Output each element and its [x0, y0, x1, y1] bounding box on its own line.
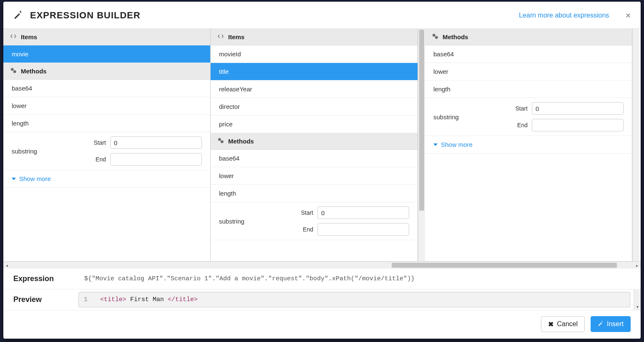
- modal-title: EXPRESSION BUILDER: [30, 10, 141, 21]
- method-length[interactable]: length: [211, 185, 418, 202]
- insert-button[interactable]: Insert: [591, 316, 631, 332]
- item-movieId[interactable]: movieId: [211, 45, 418, 63]
- preview-line-number: 1: [84, 296, 88, 303]
- wand-icon: [13, 10, 23, 21]
- code-icon: [217, 33, 224, 41]
- panel-3: Methods base64 lower length substring St…: [425, 29, 632, 261]
- learn-more-link[interactable]: Learn more about expressions: [519, 12, 609, 19]
- gears-icon: [10, 67, 17, 75]
- methods-header: Methods: [425, 29, 632, 45]
- items-header: Items: [3, 29, 210, 45]
- substring-end-input[interactable]: [110, 153, 202, 166]
- preview-text: First Man: [126, 296, 168, 303]
- item-price[interactable]: price: [211, 116, 418, 133]
- svg-point-6: [219, 139, 220, 140]
- insert-button-label: Insert: [607, 320, 624, 328]
- preview-label: Preview: [3, 289, 78, 310]
- panel-scrollbar[interactable]: [632, 29, 639, 261]
- items-header-label: Items: [228, 33, 244, 40]
- preview-close-tag: </title>: [168, 296, 198, 303]
- substring-start-label: Start: [93, 139, 106, 146]
- scroll-left-icon[interactable]: ◂: [3, 262, 10, 269]
- method-substring[interactable]: substring Start End: [211, 202, 418, 240]
- items-header: Items: [211, 29, 418, 45]
- substring-end-input[interactable]: [317, 223, 409, 236]
- show-more-label: Show more: [441, 141, 473, 148]
- gears-icon: [217, 137, 224, 145]
- cancel-button-label: Cancel: [557, 320, 578, 328]
- method-length[interactable]: length: [3, 115, 210, 132]
- method-substring[interactable]: substring Start End: [3, 132, 210, 170]
- expression-label: Expression: [13, 274, 68, 283]
- svg-marker-13: [433, 143, 438, 146]
- substring-start-input[interactable]: [532, 102, 624, 115]
- substring-label: substring: [12, 148, 78, 155]
- horizontal-scrollbar[interactable]: ◂ ▸: [3, 262, 641, 269]
- substring-start-label: Start: [515, 105, 528, 112]
- panel-2: Items movieId title releaseYear director…: [211, 29, 418, 261]
- substring-label: substring: [219, 218, 286, 225]
- svg-point-10: [433, 35, 434, 35]
- methods-header: Methods: [211, 133, 418, 150]
- close-icon[interactable]: ×: [626, 11, 631, 20]
- preview-content: <title> First Man </title>: [100, 296, 198, 303]
- panels: Items movie Methods base64 lower length …: [3, 29, 641, 261]
- substring-end-label: End: [517, 122, 528, 128]
- preview-open-tag: <title>: [100, 296, 126, 303]
- show-more-link[interactable]: Show more: [425, 136, 632, 153]
- cancel-button[interactable]: ✖ Cancel: [541, 316, 585, 332]
- substring-start-label: Start: [301, 209, 313, 216]
- svg-point-3: [14, 71, 15, 72]
- method-substring[interactable]: substring Start End: [425, 98, 632, 136]
- show-more-link[interactable]: Show more: [3, 170, 210, 188]
- substring-start-input[interactable]: [110, 136, 202, 149]
- substring-end-label: End: [96, 156, 106, 163]
- preview-box: 1 <title> First Man </title>: [78, 292, 630, 307]
- method-lower[interactable]: lower: [211, 167, 418, 185]
- method-base64[interactable]: base64: [3, 80, 210, 97]
- substring-end-input[interactable]: [532, 119, 624, 131]
- svg-point-8: [221, 141, 222, 142]
- substring-end-label: End: [303, 226, 313, 233]
- modal-header: EXPRESSION BUILDER Learn more about expr…: [3, 2, 641, 29]
- bottom-section: Expression ${"Movie catalog API"."Scenar…: [3, 269, 641, 339]
- wand-icon: [598, 320, 604, 328]
- items-header-label: Items: [21, 33, 37, 40]
- methods-header: Methods: [3, 63, 210, 80]
- substring-label: substring: [433, 113, 500, 121]
- item-director[interactable]: director: [211, 98, 418, 116]
- method-lower[interactable]: lower: [3, 97, 210, 115]
- substring-start-input[interactable]: [317, 206, 409, 219]
- methods-header-label: Methods: [228, 138, 254, 145]
- gears-icon: [432, 33, 438, 41]
- method-lower[interactable]: lower: [425, 63, 632, 80]
- caret-down-icon: [433, 141, 438, 148]
- caret-down-icon: [12, 175, 16, 182]
- method-length[interactable]: length: [425, 80, 632, 98]
- preview-scrollbar[interactable]: ▾: [634, 289, 641, 310]
- item-movie[interactable]: movie: [3, 45, 210, 63]
- svg-point-1: [12, 69, 13, 70]
- item-title[interactable]: title: [211, 63, 418, 80]
- close-icon: ✖: [548, 320, 553, 328]
- method-base64[interactable]: base64: [425, 45, 632, 63]
- svg-marker-4: [12, 178, 16, 180]
- methods-header-label: Methods: [21, 68, 47, 75]
- expression-code: ${"Movie catalog API"."Scenario 1"."Add …: [84, 275, 415, 282]
- expression-builder-modal: EXPRESSION BUILDER Learn more about expr…: [3, 2, 641, 339]
- scroll-right-icon[interactable]: ▸: [634, 262, 641, 269]
- panel-1: Items movie Methods base64 lower length …: [3, 29, 211, 261]
- code-icon: [10, 33, 17, 41]
- item-releaseYear[interactable]: releaseYear: [211, 80, 418, 98]
- svg-point-12: [436, 37, 437, 38]
- panel-scrollbar[interactable]: [418, 29, 425, 261]
- method-base64[interactable]: base64: [211, 150, 418, 167]
- methods-header-label: Methods: [443, 33, 468, 40]
- show-more-label: Show more: [19, 175, 51, 182]
